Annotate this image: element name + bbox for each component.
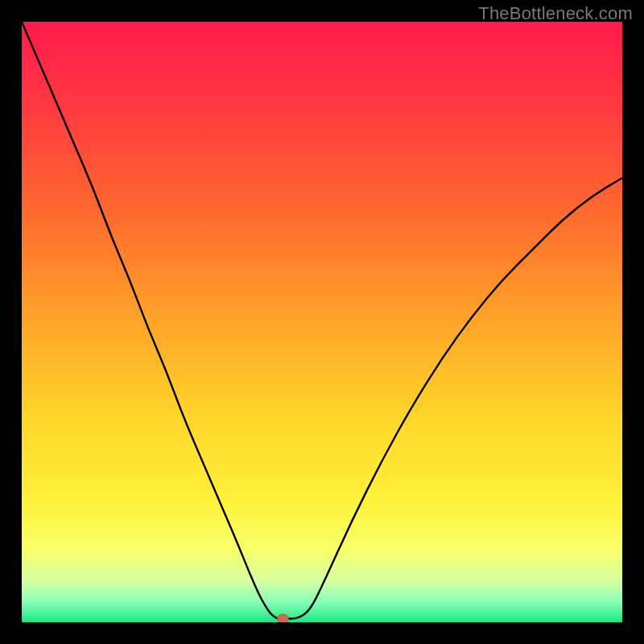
optimal-point-marker	[278, 614, 289, 622]
bottleneck-chart	[22, 22, 622, 622]
gradient-background	[22, 22, 622, 622]
chart-frame: TheBottleneck.com	[0, 0, 644, 644]
plot-area	[22, 22, 622, 622]
